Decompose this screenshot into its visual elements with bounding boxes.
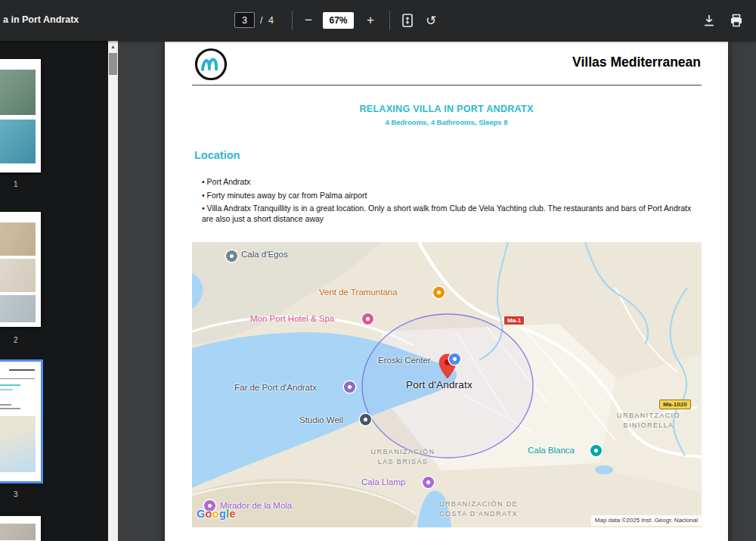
thumbnail-page-4[interactable] xyxy=(0,516,41,541)
google-letter: e xyxy=(229,508,235,520)
pdf-page-3: Villas Mediterranean RELAXING VILLA IN P… xyxy=(165,42,728,541)
zone-line: URBANIZACIÓN xyxy=(342,447,463,457)
toolbar-divider xyxy=(292,11,293,30)
up-arrow-icon: ▲ xyxy=(110,44,116,49)
fit-to-page-button[interactable] xyxy=(398,11,417,30)
document-viewport[interactable]: Villas Mediterranean RELAXING VILLA IN P… xyxy=(118,41,756,541)
google-letter: G xyxy=(197,508,206,520)
cove-icon xyxy=(423,477,434,488)
thumb-photo xyxy=(0,70,36,115)
shopping-icon xyxy=(449,353,460,365)
thumbnail-page-number: 2 xyxy=(14,336,18,344)
thumb-photo xyxy=(0,295,36,322)
road-badge-ma1: Ma-1 xyxy=(503,316,525,325)
brand-logo-icon xyxy=(194,47,228,82)
pdf-toolbar: a in Port Andratx / 4 − 67% + ↺ xyxy=(0,0,756,41)
zone-line: LAS BRISAS xyxy=(342,457,463,467)
bullet-item: Port Andratx xyxy=(202,177,692,188)
rotate-button[interactable]: ↺ xyxy=(421,11,441,30)
scrollbar-thumb[interactable] xyxy=(109,53,117,75)
poi-label: Cala Blanca xyxy=(528,446,575,455)
document-title: a in Port Andratx xyxy=(3,14,79,25)
listing-title: RELAXING VILLA IN PORT ANDRATX xyxy=(165,104,728,114)
sidebar-scrollbar[interactable]: ▲ xyxy=(108,41,118,541)
toolbar-divider xyxy=(389,11,390,30)
thumb-subtitle-line xyxy=(0,389,13,390)
thumb-text-line xyxy=(0,408,20,409)
thumb-title-line xyxy=(0,384,20,386)
print-icon xyxy=(730,14,743,27)
location-bullet-list: Port Andratx Forty minutes away by car f… xyxy=(202,177,692,227)
zoom-out-button[interactable]: − xyxy=(299,11,318,30)
bullet-item: Forty minutes away by car from Palma air… xyxy=(202,191,692,201)
print-button[interactable] xyxy=(727,11,746,30)
page-separator: / xyxy=(260,15,262,26)
restaurant-icon xyxy=(433,287,445,298)
zone-label-las-brisas: URBANIZACIÓN LAS BRISAS xyxy=(342,447,463,467)
thumb-photo xyxy=(0,120,36,163)
fit-page-icon xyxy=(401,14,414,27)
museum-icon xyxy=(360,414,371,425)
map-copyright: Map data ©2025 Inst. Geogr. Nacional xyxy=(591,515,702,526)
google-letter: g xyxy=(219,508,226,520)
download-button[interactable] xyxy=(699,11,719,30)
thumb-rule xyxy=(0,378,35,379)
thumb-photo xyxy=(0,222,36,256)
google-letter: o xyxy=(206,508,212,520)
zone-line: BINIORELLA xyxy=(588,421,702,431)
lighthouse-icon xyxy=(344,381,355,393)
location-map: Cala d'Egos Vent de Tramuntana Mon Port … xyxy=(192,242,702,527)
poi-label: Cala d'Egos xyxy=(241,250,288,259)
thumbnail-page-1[interactable] xyxy=(0,59,41,173)
thumbnail-page-number: 1 xyxy=(14,180,18,188)
section-heading-location: Location xyxy=(194,149,240,161)
zone-label-biniorella: URBANITZACIÓ BINIORELLA xyxy=(588,411,702,431)
google-letter: o xyxy=(212,508,219,520)
thumbnail-sidebar: 1 2 3 xyxy=(0,41,108,541)
poi-label: Far de Port d'Andratx xyxy=(234,383,317,392)
poi-label: Eroski Center xyxy=(378,356,431,365)
zone-label-costa-dandratx: URBANIZACIÓN DE COSTA D'ANDRATX xyxy=(418,499,539,519)
thumbnail-page-number: 3 xyxy=(14,490,18,499)
thumb-photo xyxy=(0,524,36,540)
page-count: 4 xyxy=(268,15,274,26)
beach-icon xyxy=(226,250,237,262)
google-logo: Google xyxy=(197,508,236,520)
zoom-in-button[interactable]: + xyxy=(361,11,380,30)
page-number-input[interactable] xyxy=(234,12,255,28)
thumb-photo xyxy=(0,259,36,292)
poi-label: Cala Llamp xyxy=(361,477,405,487)
thumb-map xyxy=(0,416,36,472)
download-icon xyxy=(702,14,716,27)
poi-label: Studio Weil xyxy=(299,415,343,424)
place-label-port-dandratx: Port d'Andratx xyxy=(406,379,472,390)
zone-line: URBANIZACIÓN DE xyxy=(418,499,539,509)
scrollbar-up-arrow[interactable]: ▲ xyxy=(108,41,118,52)
rotate-counterclockwise-icon: ↺ xyxy=(426,13,436,29)
zoom-level[interactable]: 67% xyxy=(323,12,354,29)
brand-name: Villas Mediterranean xyxy=(572,54,701,70)
villas-mediterranean-logo xyxy=(194,47,228,85)
thumbnail-page-2[interactable] xyxy=(0,212,41,327)
thumbnail-page-3-selected[interactable] xyxy=(0,362,41,481)
thumb-text-line xyxy=(0,404,11,406)
minus-icon: − xyxy=(305,13,312,28)
beach-icon xyxy=(590,445,602,456)
road-badge-ma1020: Ma-1020 xyxy=(659,400,691,409)
zone-line: COSTA D'ANDRATX xyxy=(418,509,539,519)
zone-line: URBANITZACIÓ xyxy=(588,411,702,421)
thumb-brand-line xyxy=(9,369,35,371)
plus-icon: + xyxy=(367,13,374,28)
bullet-item: Villa Andratx Tranquillity is in a great… xyxy=(202,204,692,224)
listing-subtitle: 4 Bedrooms, 4 Bathrooms, Sleeps 8 xyxy=(165,118,728,126)
poi-label: Vent de Tramuntana xyxy=(319,288,398,297)
hotel-icon xyxy=(362,313,373,325)
header-rule xyxy=(192,85,702,86)
poi-label: Mon Port Hotel & Spa xyxy=(250,314,334,323)
